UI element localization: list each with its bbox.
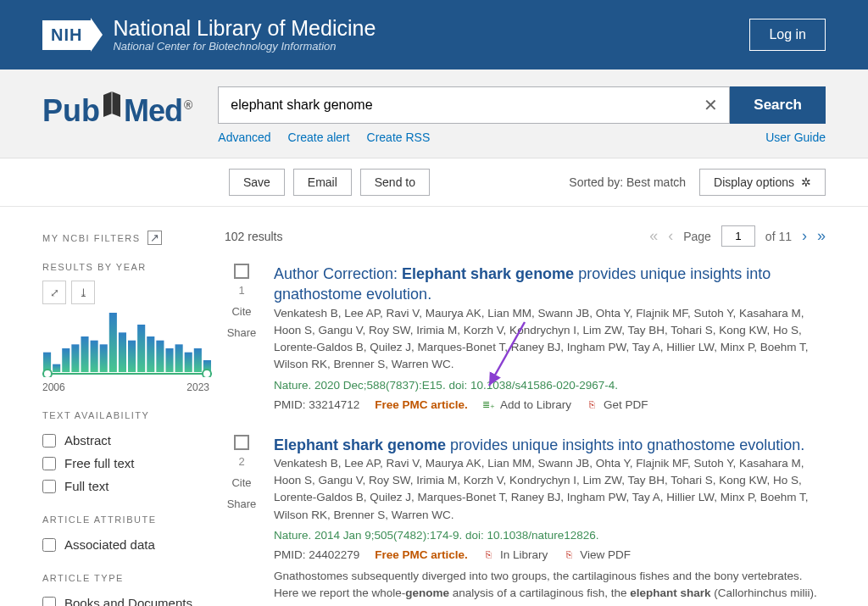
- select-result-checkbox[interactable]: [234, 435, 249, 450]
- results-by-year-heading: RESULTS BY YEAR: [42, 262, 209, 272]
- nih-brand[interactable]: NIH National Library of Medicine Nationa…: [42, 17, 376, 53]
- cite-link[interactable]: Cite: [225, 476, 259, 489]
- result-item: 1 Cite Share Author Correction: Elephant…: [225, 264, 826, 411]
- save-button[interactable]: Save: [229, 169, 285, 196]
- text-availability-heading: TEXT AVAILABILITY: [42, 410, 209, 420]
- create-alert-link[interactable]: Create alert: [288, 131, 350, 144]
- svg-rect-16: [194, 348, 202, 372]
- cite-link[interactable]: Cite: [225, 305, 259, 318]
- results-count: 102 results: [225, 230, 282, 243]
- last-page-icon[interactable]: »: [817, 227, 826, 245]
- of-pages: of 11: [765, 230, 792, 243]
- facet-free-full-text[interactable]: Free full text: [42, 452, 209, 475]
- result-citation: Nature. 2014 Jan 9;505(7482):174-9. doi:…: [274, 529, 826, 542]
- free-pmc-label: Free PMC article.: [375, 398, 468, 411]
- page-input[interactable]: [721, 225, 755, 247]
- gear-icon: ✲: [801, 175, 811, 189]
- book-icon: [97, 88, 127, 130]
- search-button[interactable]: Search: [730, 86, 826, 124]
- add-to-library-link[interactable]: ≣₊Add to Library: [483, 398, 571, 411]
- library-icon: ⎘: [483, 548, 495, 560]
- external-link-icon[interactable]: ↗: [147, 231, 162, 245]
- page-label: Page: [683, 230, 711, 243]
- article-type-heading: ARTICLE TYPE: [42, 573, 209, 583]
- next-page-icon[interactable]: ›: [802, 227, 807, 245]
- year-start: 2006: [42, 381, 65, 393]
- svg-rect-5: [91, 341, 98, 372]
- share-link[interactable]: Share: [225, 326, 259, 339]
- expand-chart-button[interactable]: ⤢: [42, 281, 66, 304]
- svg-rect-14: [175, 344, 183, 372]
- nih-logo: NIH: [42, 18, 103, 52]
- my-ncbi-filters-heading: MY NCBI FILTERS: [42, 233, 141, 243]
- first-page-icon: «: [649, 227, 658, 245]
- nih-subtitle: National Center for Biotechnology Inform…: [113, 40, 376, 53]
- pdf-icon: ⎘: [563, 548, 575, 560]
- facet-associated-data[interactable]: Associated data: [42, 533, 209, 556]
- svg-rect-7: [109, 313, 117, 372]
- result-authors: Venkatesh B, Lee AP, Ravi V, Maurya AK, …: [274, 305, 826, 374]
- login-button[interactable]: Log in: [749, 19, 826, 51]
- svg-rect-12: [156, 341, 164, 372]
- advanced-link[interactable]: Advanced: [218, 131, 270, 144]
- svg-rect-9: [128, 341, 136, 372]
- year-histogram: [42, 309, 212, 377]
- create-rss-link[interactable]: Create RSS: [367, 131, 431, 144]
- email-button[interactable]: Email: [293, 169, 352, 196]
- svg-rect-15: [185, 353, 192, 372]
- result-item: 2 Cite Share Elephant shark genome provi…: [225, 435, 826, 606]
- article-attribute-heading: ARTICLE ATTRIBUTE: [42, 514, 209, 525]
- svg-rect-1: [53, 364, 60, 372]
- view-pdf-link[interactable]: ⎘View PDF: [563, 548, 631, 561]
- free-pmc-label: Free PMC article.: [375, 548, 468, 561]
- pager: « ‹ Page of 11 › »: [649, 225, 826, 247]
- nih-title: National Library of Medicine: [113, 17, 376, 41]
- svg-point-20: [203, 370, 211, 377]
- result-pmid: PMID: 24402279: [274, 548, 359, 561]
- svg-rect-10: [137, 325, 145, 372]
- result-number: 1: [225, 284, 259, 297]
- result-pmid: PMID: 33214712: [274, 398, 359, 411]
- result-title[interactable]: Author Correction: Elephant shark genome…: [274, 265, 771, 303]
- pubmed-logo[interactable]: Pub Med ®: [42, 86, 192, 131]
- svg-rect-2: [62, 348, 70, 372]
- svg-rect-6: [100, 344, 108, 372]
- pdf-icon: ⎘: [587, 398, 598, 410]
- svg-rect-11: [147, 336, 154, 372]
- result-authors: Venkatesh B, Lee AP, Ravi V, Maurya AK, …: [274, 455, 826, 524]
- clear-search-button[interactable]: ✕: [693, 86, 730, 124]
- svg-rect-4: [81, 336, 88, 372]
- in-library-link[interactable]: ⎘In Library: [483, 548, 548, 561]
- display-options-button[interactable]: Display options ✲: [699, 169, 826, 196]
- result-title[interactable]: Elephant shark genome provides unique in…: [274, 436, 804, 453]
- svg-rect-8: [119, 332, 126, 372]
- results-by-year-chart: ⤢ ⤓ 2006 2023: [42, 281, 209, 393]
- get-pdf-link[interactable]: ⎘Get PDF: [587, 398, 648, 411]
- select-result-checkbox[interactable]: [234, 264, 249, 279]
- facet-books-docs[interactable]: Books and Documents: [42, 592, 209, 606]
- share-link[interactable]: Share: [225, 498, 259, 510]
- svg-rect-13: [165, 348, 173, 372]
- facet-full-text[interactable]: Full text: [42, 475, 209, 498]
- result-snippet: Gnathostomes subsequently diverged into …: [274, 568, 826, 606]
- prev-page-icon: ‹: [668, 227, 673, 245]
- search-input[interactable]: [218, 86, 693, 124]
- library-add-icon: ≣₊: [483, 398, 495, 410]
- svg-point-19: [43, 370, 52, 377]
- year-end: 2023: [186, 381, 209, 393]
- result-number: 2: [225, 455, 259, 468]
- user-guide-link[interactable]: User Guide: [765, 131, 826, 144]
- sendto-button[interactable]: Send to: [360, 169, 430, 196]
- sorted-by-label: Sorted by: Best match: [569, 175, 686, 189]
- facet-abstract[interactable]: Abstract: [42, 429, 209, 452]
- result-citation: Nature. 2020 Dec;588(7837):E15. doi: 10.…: [274, 379, 826, 392]
- svg-rect-3: [71, 344, 79, 372]
- download-chart-button[interactable]: ⤓: [71, 281, 95, 304]
